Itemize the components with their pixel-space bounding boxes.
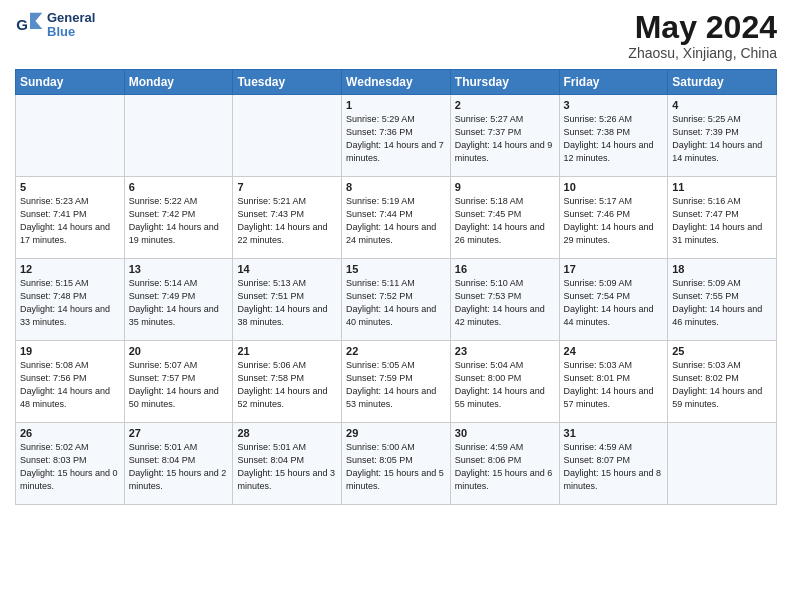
svg-marker-1 [30, 13, 42, 29]
day-number: 12 [20, 263, 120, 275]
calendar-cell: 17Sunrise: 5:09 AM Sunset: 7:54 PM Dayli… [559, 259, 668, 341]
day-info: Sunrise: 5:15 AM Sunset: 7:48 PM Dayligh… [20, 277, 120, 329]
month-year-title: May 2024 [628, 10, 777, 45]
day-info: Sunrise: 4:59 AM Sunset: 8:06 PM Dayligh… [455, 441, 555, 493]
day-number: 16 [455, 263, 555, 275]
calendar-week-row: 1Sunrise: 5:29 AM Sunset: 7:36 PM Daylig… [16, 95, 777, 177]
weekday-header-tuesday: Tuesday [233, 70, 342, 95]
calendar-cell [124, 95, 233, 177]
calendar-cell: 9Sunrise: 5:18 AM Sunset: 7:45 PM Daylig… [450, 177, 559, 259]
day-info: Sunrise: 5:27 AM Sunset: 7:37 PM Dayligh… [455, 113, 555, 165]
calendar-cell: 22Sunrise: 5:05 AM Sunset: 7:59 PM Dayli… [342, 341, 451, 423]
calendar-week-row: 19Sunrise: 5:08 AM Sunset: 7:56 PM Dayli… [16, 341, 777, 423]
page: G General Blue May 2024 Zhaosu, Xinjiang… [0, 0, 792, 515]
day-number: 1 [346, 99, 446, 111]
calendar-cell [233, 95, 342, 177]
logo-general: General [47, 11, 95, 25]
day-info: Sunrise: 5:01 AM Sunset: 8:04 PM Dayligh… [237, 441, 337, 493]
calendar-cell: 12Sunrise: 5:15 AM Sunset: 7:48 PM Dayli… [16, 259, 125, 341]
calendar-cell: 31Sunrise: 4:59 AM Sunset: 8:07 PM Dayli… [559, 423, 668, 505]
day-number: 15 [346, 263, 446, 275]
weekday-header-monday: Monday [124, 70, 233, 95]
day-info: Sunrise: 5:05 AM Sunset: 7:59 PM Dayligh… [346, 359, 446, 411]
day-number: 25 [672, 345, 772, 357]
day-info: Sunrise: 5:10 AM Sunset: 7:53 PM Dayligh… [455, 277, 555, 329]
day-info: Sunrise: 5:03 AM Sunset: 8:02 PM Dayligh… [672, 359, 772, 411]
day-number: 13 [129, 263, 229, 275]
day-number: 19 [20, 345, 120, 357]
day-info: Sunrise: 5:17 AM Sunset: 7:46 PM Dayligh… [564, 195, 664, 247]
day-info: Sunrise: 5:06 AM Sunset: 7:58 PM Dayligh… [237, 359, 337, 411]
day-number: 5 [20, 181, 120, 193]
calendar-cell: 26Sunrise: 5:02 AM Sunset: 8:03 PM Dayli… [16, 423, 125, 505]
calendar-cell: 13Sunrise: 5:14 AM Sunset: 7:49 PM Dayli… [124, 259, 233, 341]
day-number: 17 [564, 263, 664, 275]
calendar-cell: 21Sunrise: 5:06 AM Sunset: 7:58 PM Dayli… [233, 341, 342, 423]
day-number: 4 [672, 99, 772, 111]
day-info: Sunrise: 5:09 AM Sunset: 7:55 PM Dayligh… [672, 277, 772, 329]
day-info: Sunrise: 5:08 AM Sunset: 7:56 PM Dayligh… [20, 359, 120, 411]
calendar-cell: 10Sunrise: 5:17 AM Sunset: 7:46 PM Dayli… [559, 177, 668, 259]
day-number: 8 [346, 181, 446, 193]
day-info: Sunrise: 5:01 AM Sunset: 8:04 PM Dayligh… [129, 441, 229, 493]
day-info: Sunrise: 5:07 AM Sunset: 7:57 PM Dayligh… [129, 359, 229, 411]
calendar-cell: 16Sunrise: 5:10 AM Sunset: 7:53 PM Dayli… [450, 259, 559, 341]
day-number: 31 [564, 427, 664, 439]
day-number: 22 [346, 345, 446, 357]
calendar-cell: 25Sunrise: 5:03 AM Sunset: 8:02 PM Dayli… [668, 341, 777, 423]
day-number: 7 [237, 181, 337, 193]
day-number: 11 [672, 181, 772, 193]
day-number: 21 [237, 345, 337, 357]
calendar-cell: 20Sunrise: 5:07 AM Sunset: 7:57 PM Dayli… [124, 341, 233, 423]
calendar-cell: 7Sunrise: 5:21 AM Sunset: 7:43 PM Daylig… [233, 177, 342, 259]
calendar-cell: 6Sunrise: 5:22 AM Sunset: 7:42 PM Daylig… [124, 177, 233, 259]
day-info: Sunrise: 5:29 AM Sunset: 7:36 PM Dayligh… [346, 113, 446, 165]
header: G General Blue May 2024 Zhaosu, Xinjiang… [15, 10, 777, 61]
day-info: Sunrise: 5:13 AM Sunset: 7:51 PM Dayligh… [237, 277, 337, 329]
calendar-cell: 30Sunrise: 4:59 AM Sunset: 8:06 PM Dayli… [450, 423, 559, 505]
calendar-cell: 28Sunrise: 5:01 AM Sunset: 8:04 PM Dayli… [233, 423, 342, 505]
calendar-cell [668, 423, 777, 505]
day-number: 29 [346, 427, 446, 439]
calendar-cell: 4Sunrise: 5:25 AM Sunset: 7:39 PM Daylig… [668, 95, 777, 177]
logo-blue: Blue [47, 25, 95, 39]
calendar-cell: 8Sunrise: 5:19 AM Sunset: 7:44 PM Daylig… [342, 177, 451, 259]
day-number: 28 [237, 427, 337, 439]
day-info: Sunrise: 5:21 AM Sunset: 7:43 PM Dayligh… [237, 195, 337, 247]
calendar-cell: 15Sunrise: 5:11 AM Sunset: 7:52 PM Dayli… [342, 259, 451, 341]
day-number: 2 [455, 99, 555, 111]
calendar-cell: 5Sunrise: 5:23 AM Sunset: 7:41 PM Daylig… [16, 177, 125, 259]
day-info: Sunrise: 5:00 AM Sunset: 8:05 PM Dayligh… [346, 441, 446, 493]
day-info: Sunrise: 5:09 AM Sunset: 7:54 PM Dayligh… [564, 277, 664, 329]
weekday-header-saturday: Saturday [668, 70, 777, 95]
weekday-header-sunday: Sunday [16, 70, 125, 95]
logo: G General Blue [15, 10, 95, 40]
day-number: 14 [237, 263, 337, 275]
calendar-week-row: 5Sunrise: 5:23 AM Sunset: 7:41 PM Daylig… [16, 177, 777, 259]
calendar-table: SundayMondayTuesdayWednesdayThursdayFrid… [15, 69, 777, 505]
day-number: 24 [564, 345, 664, 357]
calendar-week-row: 26Sunrise: 5:02 AM Sunset: 8:03 PM Dayli… [16, 423, 777, 505]
weekday-header-thursday: Thursday [450, 70, 559, 95]
calendar-cell: 3Sunrise: 5:26 AM Sunset: 7:38 PM Daylig… [559, 95, 668, 177]
calendar-cell: 29Sunrise: 5:00 AM Sunset: 8:05 PM Dayli… [342, 423, 451, 505]
location-subtitle: Zhaosu, Xinjiang, China [628, 45, 777, 61]
day-info: Sunrise: 5:22 AM Sunset: 7:42 PM Dayligh… [129, 195, 229, 247]
weekday-header-wednesday: Wednesday [342, 70, 451, 95]
calendar-cell: 2Sunrise: 5:27 AM Sunset: 7:37 PM Daylig… [450, 95, 559, 177]
day-number: 23 [455, 345, 555, 357]
weekday-header-row: SundayMondayTuesdayWednesdayThursdayFrid… [16, 70, 777, 95]
day-info: Sunrise: 5:26 AM Sunset: 7:38 PM Dayligh… [564, 113, 664, 165]
day-info: Sunrise: 5:03 AM Sunset: 8:01 PM Dayligh… [564, 359, 664, 411]
calendar-cell: 14Sunrise: 5:13 AM Sunset: 7:51 PM Dayli… [233, 259, 342, 341]
title-block: May 2024 Zhaosu, Xinjiang, China [628, 10, 777, 61]
general-blue-logo-icon: G [15, 10, 45, 40]
day-info: Sunrise: 5:14 AM Sunset: 7:49 PM Dayligh… [129, 277, 229, 329]
calendar-cell: 19Sunrise: 5:08 AM Sunset: 7:56 PM Dayli… [16, 341, 125, 423]
day-number: 18 [672, 263, 772, 275]
calendar-cell: 1Sunrise: 5:29 AM Sunset: 7:36 PM Daylig… [342, 95, 451, 177]
calendar-cell [16, 95, 125, 177]
day-info: Sunrise: 5:25 AM Sunset: 7:39 PM Dayligh… [672, 113, 772, 165]
day-info: Sunrise: 4:59 AM Sunset: 8:07 PM Dayligh… [564, 441, 664, 493]
day-info: Sunrise: 5:11 AM Sunset: 7:52 PM Dayligh… [346, 277, 446, 329]
